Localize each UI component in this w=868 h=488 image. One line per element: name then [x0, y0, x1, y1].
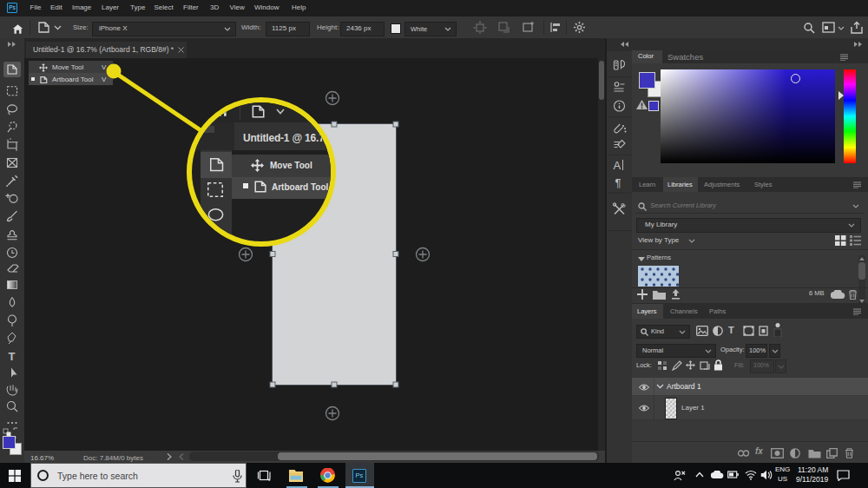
svg-text:A: A	[614, 159, 621, 172]
svg-text:¶: ¶	[615, 176, 621, 189]
svg-text:T: T	[9, 350, 16, 363]
